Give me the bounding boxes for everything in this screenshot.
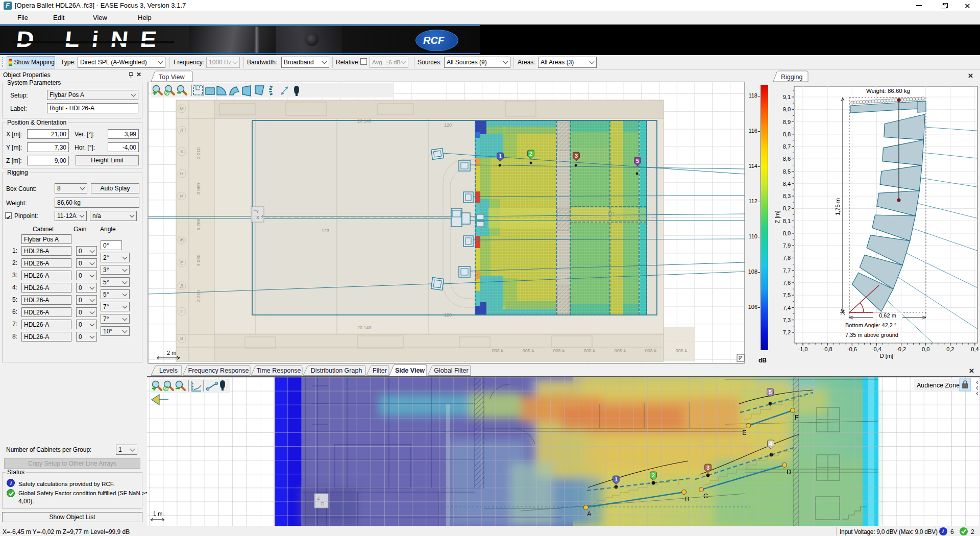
svg-text:-0,2: -0,2 [896,346,906,352]
svg-text:1 m: 1 m [153,510,162,517]
svg-text:8,5: 8,5 [783,168,791,175]
svg-text:8,9: 8,9 [783,119,791,125]
svg-text:Side View: Side View [395,367,425,374]
svg-text:Z: Z [317,496,320,501]
svg-text:Time Response: Time Response [256,367,301,374]
svg-text:-0,8: -0,8 [823,346,832,352]
svg-text:^Y: ^Y [254,209,259,214]
svg-text:2: 2 [652,472,655,478]
svg-text:9,0: 9,0 [783,106,791,112]
svg-text:D [m]: D [m] [880,353,893,359]
svg-text:5: 5 [769,389,772,395]
svg-text:2 m: 2 m [167,350,176,356]
svg-text:3 210: 3 210 [196,148,201,159]
svg-text:0,62 m: 0,62 m [879,312,896,319]
svg-text:8,2: 8,2 [783,205,791,211]
svg-text:К: К [180,149,183,154]
svg-text:3 080: 3 080 [196,183,201,195]
svg-text:Rigging: Rigging [781,74,802,81]
svg-text:8,6: 8,6 [783,156,791,162]
svg-text:Л: Л [180,128,183,133]
svg-text:1,75 m: 1,75 m [835,198,841,215]
svg-text:Top View: Top View [159,74,185,81]
svg-text:5 280: 5 280 [196,219,201,231]
svg-text:D: D [321,501,325,506]
svg-text:7,5: 7,5 [783,292,791,298]
svg-text:Levels: Levels [159,367,178,374]
svg-text:2: 2 [529,151,532,157]
svg-text:4 300: 4 300 [492,348,504,353]
svg-text:8,3: 8,3 [783,193,791,199]
svg-text:Distribution Graph: Distribution Graph [311,367,362,374]
svg-text:8,7: 8,7 [783,143,791,150]
svg-text:7,4: 7,4 [783,305,791,311]
svg-text:8,1: 8,1 [783,218,791,224]
svg-text:М: М [180,106,184,111]
svg-text:Weight: 86,60 kg: Weight: 86,60 kg [866,88,910,94]
svg-text:4 300: 4 300 [584,348,596,353]
svg-text:D: D [787,468,791,476]
svg-text:5: 5 [636,158,639,164]
svg-text:7,8: 7,8 [783,255,791,261]
svg-text:0,4: 0,4 [971,346,978,352]
svg-text:Д: Д [180,283,183,288]
svg-text:4 300: 4 300 [553,348,565,353]
svg-text:7,9: 7,9 [783,242,791,249]
svg-text:И: И [180,193,183,199]
svg-text:✕: ✕ [969,367,974,375]
svg-text:1: 1 [499,153,502,159]
svg-text:7,35 m above ground: 7,35 m above ground [845,332,898,338]
svg-text:Bottom Angle: 42,2 °: Bottom Angle: 42,2 ° [845,322,896,328]
svg-text:4: 4 [769,441,773,447]
svg-text:X: X [256,215,259,220]
svg-text:3: 3 [706,465,709,471]
svg-text:7,6: 7,6 [783,280,791,286]
svg-text:20 140: 20 140 [357,325,372,330]
svg-text:4 300: 4 300 [615,348,626,353]
svg-text:✕: ✕ [968,72,973,80]
svg-text:-0,4: -0,4 [872,346,881,352]
svg-text:Audience Zone: Audience Zone [917,382,960,389]
svg-text:Frequency Response: Frequency Response [188,367,249,374]
svg-text:8,4: 8,4 [783,181,791,187]
svg-text:A: A [587,510,592,518]
svg-text:8,8: 8,8 [783,131,791,137]
svg-text:Г: Г [181,309,183,314]
svg-text:4 300: 4 300 [676,348,688,353]
svg-text:7,7: 7,7 [783,267,791,274]
svg-text:4 300: 4 300 [645,348,657,353]
svg-text:Z [m]: Z [m] [774,210,780,223]
svg-text:4 300: 4 300 [523,348,534,353]
svg-text:3: 3 [575,153,578,159]
svg-text:-0,6: -0,6 [847,346,857,352]
svg-text:0,2: 0,2 [946,346,954,352]
svg-text:Е: Е [180,260,183,265]
svg-text:113: 113 [608,211,615,216]
svg-text:-1,0: -1,0 [798,346,808,352]
svg-text:Ж: Ж [180,237,184,242]
svg-text:В: В [180,336,183,341]
svg-text:9,1: 9,1 [783,94,791,100]
svg-text:F: F [795,413,799,421]
svg-text:1: 1 [615,476,618,482]
svg-text:C: C [703,492,708,500]
svg-text:7,2: 7,2 [783,329,791,335]
svg-text:0,0: 0,0 [922,346,929,352]
svg-text:7,3: 7,3 [783,317,791,323]
svg-text:8,0: 8,0 [783,230,791,236]
svg-text:Global Filter: Global Filter [434,367,468,374]
svg-text:Filter: Filter [373,367,387,374]
svg-text:3 080: 3 080 [196,255,201,266]
svg-text:Н: Н [180,171,184,176]
